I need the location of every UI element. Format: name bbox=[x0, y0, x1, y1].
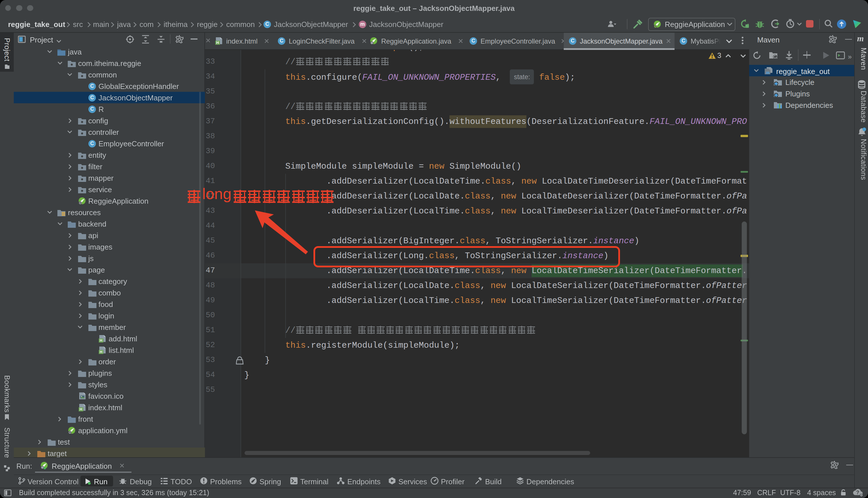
svg-text:H: H bbox=[216, 40, 219, 45]
svg-text:?: ? bbox=[856, 489, 859, 495]
svg-text:H: H bbox=[100, 338, 103, 342]
svg-text:H: H bbox=[100, 350, 103, 354]
svg-text:m: m bbox=[766, 70, 769, 75]
svg-text:H: H bbox=[79, 407, 82, 411]
